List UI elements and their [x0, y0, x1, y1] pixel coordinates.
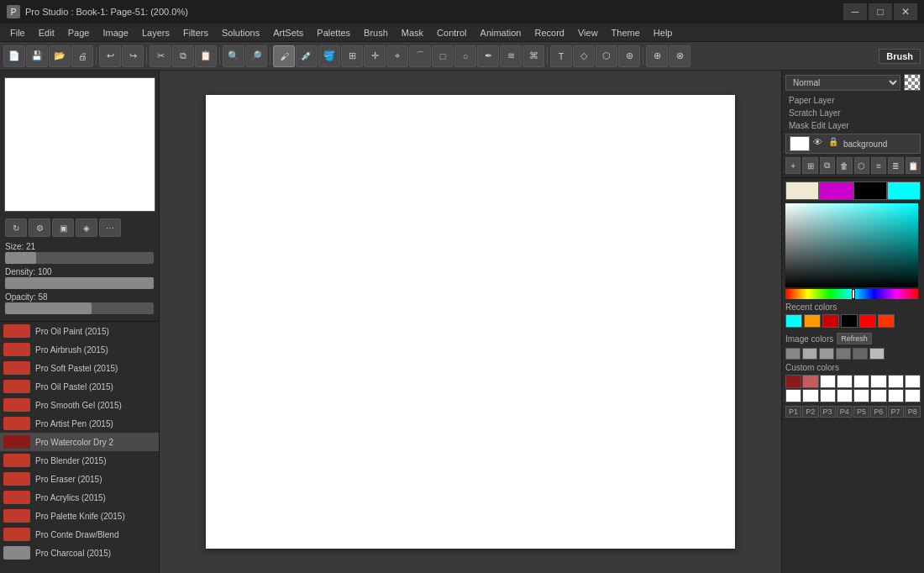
brush-list-item[interactable]: Pro Charcoal (2015): [0, 544, 159, 562]
paper-layer-item[interactable]: Paper Layer: [785, 94, 921, 107]
recent-color-3[interactable]: [822, 314, 839, 328]
tool-transform[interactable]: ⊕: [646, 45, 668, 67]
scratch-layer-item[interactable]: Scratch Layer: [785, 107, 921, 119]
image-swatch-6[interactable]: [869, 348, 885, 360]
blend-mode-select[interactable]: Normal Multiply Screen: [785, 75, 900, 91]
color-picker-hue[interactable]: [785, 289, 918, 299]
tool-clone[interactable]: ⌘: [522, 45, 544, 67]
layer-lock-icon[interactable]: 🔒: [828, 137, 842, 150]
close-button[interactable]: ✕: [894, 3, 917, 20]
mask-edit-layer-item[interactable]: Mask Edit Layer: [785, 119, 921, 132]
swatch-black[interactable]: [853, 181, 887, 200]
custom-color-4[interactable]: [837, 375, 853, 388]
tool-brush[interactable]: 🖌: [273, 45, 295, 67]
recent-color-2[interactable]: [804, 314, 821, 328]
layer-grid-button[interactable]: ⊞: [802, 157, 817, 174]
tool-save[interactable]: 💾: [26, 45, 48, 67]
swatch-cyan[interactable]: [887, 181, 921, 200]
menu-brush[interactable]: Brush: [357, 26, 395, 39]
tool-rect[interactable]: □: [432, 45, 454, 67]
brush-list-item[interactable]: Pro Palette Knife (2015): [0, 507, 159, 525]
custom-color-11[interactable]: [820, 389, 836, 402]
tool-pen[interactable]: ✒: [477, 45, 499, 67]
color-picker-gradient[interactable]: [785, 203, 918, 287]
layer-copy-button[interactable]: 📋: [906, 157, 921, 174]
tool-warp[interactable]: ⊗: [669, 45, 690, 67]
layer-details-button[interactable]: ≣: [888, 157, 903, 174]
brush-list-item[interactable]: Pro Airbrush (2015): [0, 340, 159, 359]
custom-color-2[interactable]: [802, 375, 818, 388]
swatch-magenta[interactable]: [819, 181, 853, 200]
brush-settings-button[interactable]: ⚙: [29, 218, 50, 237]
tool-filter[interactable]: ⊛: [618, 45, 640, 67]
custom-color-3[interactable]: [820, 375, 836, 388]
menu-theme[interactable]: Theme: [605, 26, 647, 39]
tool-shape[interactable]: ◇: [573, 45, 595, 67]
palette-p2[interactable]: P2: [802, 406, 818, 418]
image-swatch-5[interactable]: [853, 348, 868, 360]
opacity-slider[interactable]: [5, 302, 154, 314]
palette-p3[interactable]: P3: [820, 406, 836, 418]
menu-file[interactable]: File: [3, 26, 32, 39]
tool-cut[interactable]: ✂: [150, 45, 171, 67]
layer-duplicate-button[interactable]: ⧉: [820, 157, 835, 174]
transparency-toggle[interactable]: [904, 74, 921, 91]
custom-color-13[interactable]: [853, 389, 869, 402]
image-swatch-4[interactable]: [836, 348, 851, 360]
layer-delete-button[interactable]: 🗑: [837, 157, 852, 174]
menu-artsets[interactable]: ArtSets: [266, 26, 310, 39]
image-swatch-3[interactable]: [819, 348, 834, 360]
recent-color-1[interactable]: [785, 314, 802, 328]
menu-view[interactable]: View: [571, 26, 605, 39]
tool-undo[interactable]: ↩: [99, 45, 121, 67]
brush-list-item[interactable]: Pro Eraser (2015): [0, 470, 159, 488]
background-layer-row[interactable]: 👁 🔒 background: [785, 134, 921, 154]
layer-visibility-icon[interactable]: 👁: [813, 137, 827, 150]
brush-list-item[interactable]: Pro Watercolor Dry 2: [0, 433, 159, 451]
refresh-button[interactable]: Refresh: [837, 333, 872, 344]
custom-color-6[interactable]: [870, 375, 886, 388]
brush-list-item[interactable]: Pro Artist Pen (2015): [0, 414, 159, 433]
custom-color-14[interactable]: [870, 389, 886, 402]
custom-color-10[interactable]: [802, 389, 818, 402]
palette-p5[interactable]: P5: [853, 406, 869, 418]
recent-color-4[interactable]: [841, 314, 858, 328]
brush-list-item[interactable]: Pro Oil Paint (2015): [0, 322, 159, 340]
palette-p7[interactable]: P7: [888, 406, 904, 418]
tool-new[interactable]: 📄: [3, 45, 25, 67]
canvas[interactable]: [206, 95, 735, 549]
custom-color-9[interactable]: [785, 389, 801, 402]
tool-smudge[interactable]: ≋: [500, 45, 522, 67]
palette-p1[interactable]: P1: [785, 406, 801, 418]
menu-help[interactable]: Help: [647, 26, 680, 39]
menu-filters[interactable]: Filters: [176, 26, 215, 39]
palette-p8[interactable]: P8: [905, 406, 921, 418]
layer-list-button[interactable]: ≡: [871, 157, 886, 174]
menu-record[interactable]: Record: [528, 26, 570, 39]
menu-page[interactable]: Page: [61, 26, 97, 39]
brush-list-item[interactable]: Pro Soft Pastel (2015): [0, 359, 159, 377]
tool-lasso[interactable]: ⌒: [409, 45, 431, 67]
tool-print[interactable]: 🖨: [71, 45, 93, 67]
tool-ellipse[interactable]: ○: [454, 45, 476, 67]
custom-color-5[interactable]: [853, 375, 869, 388]
custom-color-16[interactable]: [905, 389, 921, 402]
tool-eyedropper[interactable]: 💉: [296, 45, 318, 67]
swatch-warm[interactable]: [785, 181, 819, 200]
menu-palettes[interactable]: Palettes: [310, 26, 357, 39]
menu-animation[interactable]: Animation: [474, 26, 528, 39]
size-slider[interactable]: [5, 252, 154, 264]
recent-color-6[interactable]: [878, 314, 895, 328]
custom-color-12[interactable]: [837, 389, 853, 402]
brush-palette-button[interactable]: ▣: [52, 218, 74, 237]
menu-solutions[interactable]: Solutions: [215, 26, 266, 39]
layer-merge-button[interactable]: ⬡: [854, 157, 869, 174]
tool-text[interactable]: T: [550, 45, 572, 67]
menu-control[interactable]: Control: [430, 26, 473, 39]
tool-zoom-in[interactable]: 🔍: [223, 45, 244, 67]
menu-layers[interactable]: Layers: [135, 26, 176, 39]
image-swatch-2[interactable]: [802, 348, 817, 360]
restore-button[interactable]: □: [869, 3, 892, 20]
density-slider[interactable]: [5, 277, 154, 289]
brush-list-item[interactable]: Pro Oil Pastel (2015): [0, 377, 159, 396]
